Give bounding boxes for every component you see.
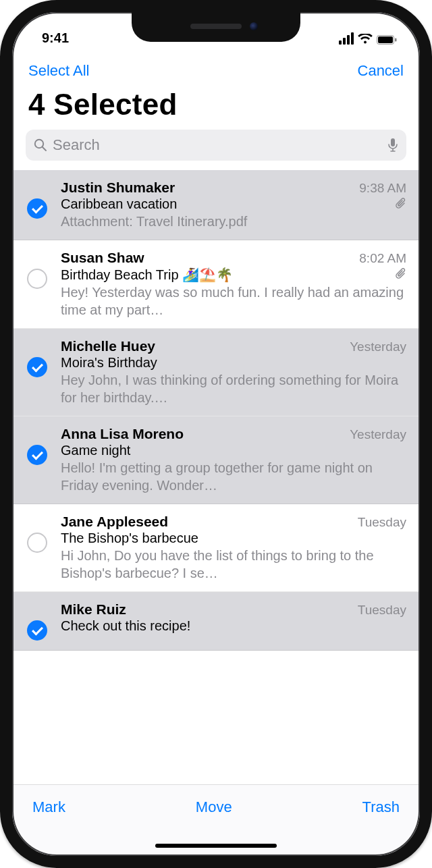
mute-switch[interactable] <box>0 139 3 167</box>
cellular-icon <box>339 32 354 45</box>
email-sender: Susan Shaw <box>61 250 352 266</box>
email-subject: Game night <box>61 443 406 458</box>
email-content: Michelle HueyYesterdayMoira's BirthdayHe… <box>61 338 408 406</box>
email-content: Justin Shumaker9:38 AMCaribbean vacation… <box>61 180 408 230</box>
email-sender: Mike Ruiz <box>61 601 351 618</box>
email-subject: Moira's Birthday <box>61 355 406 371</box>
email-time: Tuesday <box>358 603 406 618</box>
email-content: Susan Shaw8:02 AMBirthday Beach Trip 🏄‍♀… <box>61 250 408 319</box>
email-sender: Jane Appleseed <box>61 514 351 530</box>
screen: 9:41 Select All Cancel 4 Selected Search… <box>12 12 420 856</box>
selection-checkbox[interactable] <box>27 620 47 641</box>
search-icon <box>34 138 47 152</box>
email-preview: Hey John, I was thinking of ordering som… <box>61 371 406 406</box>
email-content: Anna Lisa MorenoYesterdayGame nightHello… <box>61 426 408 494</box>
svg-line-4 <box>43 147 46 151</box>
selection-checkbox[interactable] <box>27 198 47 219</box>
power-button[interactable] <box>429 216 432 304</box>
selection-checkbox[interactable] <box>27 445 47 465</box>
navigation-bar: Select All Cancel <box>12 47 420 81</box>
email-time: 8:02 AM <box>359 251 406 266</box>
email-row[interactable]: Jane AppleseedTuesdayThe Bishop's barbec… <box>12 504 420 592</box>
svg-rect-5 <box>391 138 395 146</box>
mark-button[interactable]: Mark <box>32 798 65 816</box>
volume-down-button[interactable] <box>0 265 3 323</box>
search-input[interactable]: Search <box>26 130 406 161</box>
email-content: Jane AppleseedTuesdayThe Bishop's barbec… <box>61 514 408 582</box>
email-time: Yesterday <box>350 340 406 354</box>
search-placeholder: Search <box>53 136 382 154</box>
selection-checkbox[interactable] <box>27 269 47 289</box>
dictation-icon[interactable] <box>387 138 398 153</box>
trash-button[interactable]: Trash <box>362 798 400 816</box>
svg-rect-2 <box>395 38 397 42</box>
email-time: Yesterday <box>350 427 406 442</box>
email-time: Tuesday <box>358 515 406 530</box>
email-preview: Hello! I'm getting a group together for … <box>61 459 406 494</box>
email-list: Justin Shumaker9:38 AMCaribbean vacation… <box>12 170 420 651</box>
move-button[interactable]: Move <box>196 798 232 816</box>
email-time: 9:38 AM <box>359 181 406 196</box>
email-content: Mike RuizTuesdayCheck out this recipe! <box>61 601 408 634</box>
select-all-button[interactable]: Select All <box>28 62 90 80</box>
volume-up-button[interactable] <box>0 193 3 251</box>
email-row[interactable]: Michelle HueyYesterdayMoira's BirthdayHe… <box>12 329 420 416</box>
email-row[interactable]: Anna Lisa MorenoYesterdayGame nightHello… <box>12 416 420 504</box>
status-time: 9:41 <box>42 30 69 46</box>
selection-checkbox[interactable] <box>27 357 47 377</box>
email-row[interactable]: Susan Shaw8:02 AMBirthday Beach Trip 🏄‍♀… <box>12 240 420 329</box>
svg-rect-1 <box>378 36 393 43</box>
email-sender: Justin Shumaker <box>61 180 352 196</box>
email-preview: Attachment: Travel Itinerary.pdf <box>61 213 406 230</box>
attachment-icon <box>396 197 406 212</box>
email-subject: The Bishop's barbecue <box>61 531 406 546</box>
email-sender: Anna Lisa Moreno <box>61 426 343 442</box>
wifi-icon <box>358 34 373 45</box>
email-sender: Michelle Huey <box>61 338 343 354</box>
home-indicator[interactable] <box>155 844 277 848</box>
cancel-button[interactable]: Cancel <box>358 62 404 80</box>
email-subject: Birthday Beach Trip 🏄‍♀️⛱️🌴 <box>61 267 390 283</box>
selection-checkbox[interactable] <box>27 533 47 553</box>
email-row[interactable]: Mike RuizTuesdayCheck out this recipe! <box>12 592 420 651</box>
battery-icon <box>377 35 397 45</box>
email-row[interactable]: Justin Shumaker9:38 AMCaribbean vacation… <box>12 170 420 240</box>
email-subject: Check out this recipe! <box>61 618 406 634</box>
email-preview: Hey! Yesterday was so much fun. I really… <box>61 283 406 319</box>
email-subject: Caribbean vacation <box>61 196 390 212</box>
email-preview: Hi John, Do you have the list of things … <box>61 547 406 582</box>
attachment-icon <box>396 267 406 282</box>
page-title: 4 Selected <box>12 81 420 130</box>
